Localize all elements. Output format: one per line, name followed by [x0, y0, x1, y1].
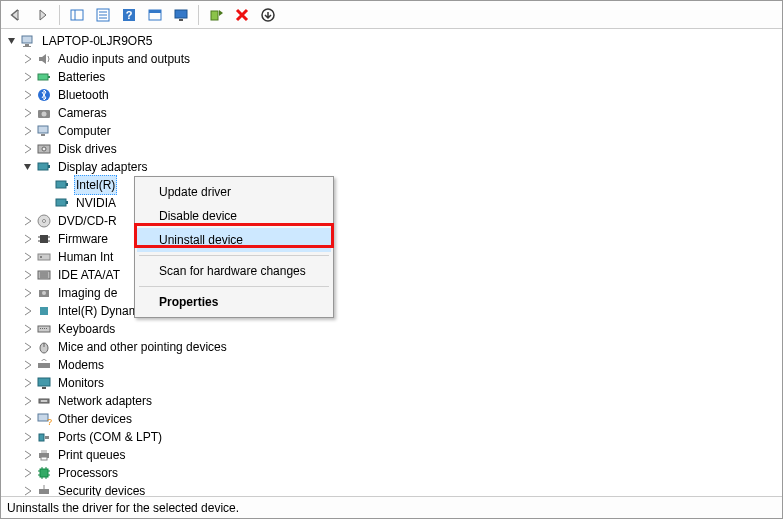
computer-icon: [20, 33, 36, 49]
device-tree[interactable]: LAPTOP-0LJR9OR5 Audio inputs and outputs…: [1, 29, 782, 496]
chevron-right-icon[interactable]: [21, 466, 35, 480]
chevron-right-icon[interactable]: [21, 268, 35, 282]
svg-rect-62: [39, 434, 44, 441]
device-label: Intel(R): [74, 175, 117, 195]
bluetooth-icon: [36, 87, 52, 103]
chevron-right-icon[interactable]: [21, 214, 35, 228]
svg-rect-31: [66, 201, 68, 204]
ports-icon: [36, 429, 52, 445]
category-modems[interactable]: Modems: [21, 356, 782, 374]
svg-rect-27: [48, 165, 50, 168]
svg-rect-11: [179, 19, 183, 21]
chevron-right-icon[interactable]: [21, 124, 35, 138]
chevron-down-icon[interactable]: [21, 160, 35, 174]
menu-update-driver[interactable]: Update driver: [137, 180, 331, 204]
menu-uninstall-device[interactable]: Uninstall device: [137, 228, 331, 252]
chevron-right-icon[interactable]: [21, 88, 35, 102]
scan-hardware-button[interactable]: [257, 4, 279, 26]
chevron-right-icon[interactable]: [21, 106, 35, 120]
help-button[interactable]: ?: [118, 4, 140, 26]
menu-disable-device[interactable]: Disable device: [137, 204, 331, 228]
back-button[interactable]: [5, 4, 27, 26]
network-icon: [36, 393, 52, 409]
category-keyboards[interactable]: Keyboards: [21, 320, 782, 338]
category-label: Security devices: [56, 482, 147, 496]
tree-root[interactable]: LAPTOP-0LJR9OR5: [3, 32, 782, 50]
svg-rect-9: [149, 10, 161, 13]
svg-rect-17: [38, 74, 48, 80]
forward-button[interactable]: [31, 4, 53, 26]
keyboard-icon: [36, 321, 52, 337]
category-mice[interactable]: Mice and other pointing devices: [21, 338, 782, 356]
chevron-right-icon[interactable]: [21, 358, 35, 372]
category-display-adapters[interactable]: Display adapters: [21, 158, 782, 176]
chevron-right-icon[interactable]: [21, 304, 35, 318]
category-label: Computer: [56, 122, 113, 140]
chevron-right-icon[interactable]: [21, 412, 35, 426]
svg-rect-14: [22, 36, 32, 43]
other-icon: ?: [36, 411, 52, 427]
chevron-down-icon[interactable]: [5, 34, 19, 48]
update-driver-button[interactable]: [205, 4, 227, 26]
svg-rect-52: [46, 328, 47, 329]
device-label: NVIDIA: [74, 194, 118, 212]
category-audio[interactable]: Audio inputs and outputs: [21, 50, 782, 68]
category-computer[interactable]: Computer: [21, 122, 782, 140]
svg-point-25: [42, 147, 46, 151]
computer-icon: [36, 123, 52, 139]
menu-separator: [139, 255, 329, 256]
chevron-right-icon[interactable]: [21, 70, 35, 84]
category-disk-drives[interactable]: Disk drives: [21, 140, 782, 158]
battery-icon: [36, 69, 52, 85]
svg-rect-50: [42, 328, 43, 329]
update-driver-icon: [208, 7, 224, 23]
chevron-right-icon[interactable]: [21, 250, 35, 264]
category-bluetooth[interactable]: Bluetooth: [21, 86, 782, 104]
svg-rect-39: [38, 254, 50, 260]
menu-scan-hardware[interactable]: Scan for hardware changes: [137, 259, 331, 283]
uninstall-button[interactable]: [231, 4, 253, 26]
ide-icon: [36, 267, 52, 283]
category-label: Ports (COM & LPT): [56, 428, 164, 446]
modem-icon: [36, 357, 52, 373]
menu-separator: [139, 286, 329, 287]
chevron-right-icon[interactable]: [21, 376, 35, 390]
chevron-right-icon[interactable]: [21, 484, 35, 496]
svg-rect-51: [44, 328, 45, 329]
view-button[interactable]: [144, 4, 166, 26]
expander-empty: [39, 178, 53, 192]
scan-monitor-button[interactable]: [170, 4, 192, 26]
imaging-icon: [36, 285, 52, 301]
category-batteries[interactable]: Batteries: [21, 68, 782, 86]
category-processors[interactable]: Processors: [21, 464, 782, 482]
category-label: Network adapters: [56, 392, 154, 410]
chevron-right-icon[interactable]: [21, 286, 35, 300]
cd-icon: [36, 213, 52, 229]
chevron-right-icon[interactable]: [21, 232, 35, 246]
help-icon: ?: [121, 7, 137, 23]
svg-point-33: [43, 220, 46, 223]
menu-properties[interactable]: Properties: [137, 290, 331, 314]
category-monitors[interactable]: Monitors: [21, 374, 782, 392]
chevron-right-icon[interactable]: [21, 448, 35, 462]
category-printqueues[interactable]: Print queues: [21, 446, 782, 464]
svg-text:?: ?: [47, 417, 52, 427]
category-security[interactable]: Security devices: [21, 482, 782, 496]
category-network[interactable]: Network adapters: [21, 392, 782, 410]
chip-icon: [36, 303, 52, 319]
chevron-right-icon[interactable]: [21, 430, 35, 444]
chevron-right-icon[interactable]: [21, 322, 35, 336]
showhide-console-button[interactable]: [66, 4, 88, 26]
chevron-right-icon[interactable]: [21, 394, 35, 408]
category-label: Processors: [56, 464, 120, 482]
chevron-right-icon[interactable]: [21, 142, 35, 156]
toolbar-separator: [59, 5, 60, 25]
svg-text:?: ?: [126, 9, 133, 21]
properties-button[interactable]: [92, 4, 114, 26]
chevron-right-icon[interactable]: [21, 52, 35, 66]
svg-rect-26: [38, 163, 48, 170]
category-cameras[interactable]: Cameras: [21, 104, 782, 122]
category-ports[interactable]: Ports (COM & LPT): [21, 428, 782, 446]
chevron-right-icon[interactable]: [21, 340, 35, 354]
category-other[interactable]: ? Other devices: [21, 410, 782, 428]
